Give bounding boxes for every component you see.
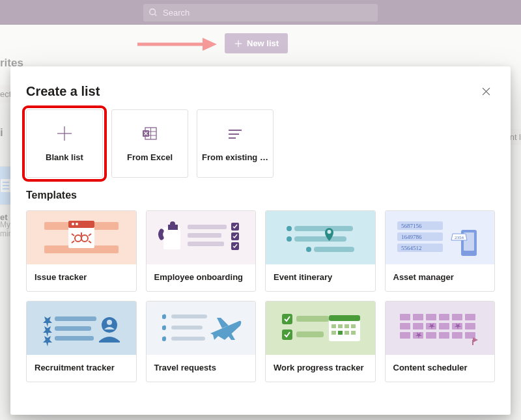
- svg-point-43: [287, 226, 292, 231]
- option-blank-list[interactable]: Blank list: [26, 109, 103, 178]
- svg-rect-88: [400, 323, 410, 329]
- svg-rect-82: [400, 314, 410, 320]
- svg-rect-89: [413, 323, 423, 329]
- template-label: Asset manager: [386, 264, 495, 291]
- option-label: From Excel: [124, 152, 175, 162]
- issue-tracker-icon: [39, 218, 124, 257]
- template-employee-onboarding[interactable]: Employee onboarding: [146, 210, 257, 292]
- svg-rect-78: [331, 331, 336, 335]
- create-list-dialog: Create a list Blank list: [10, 66, 511, 415]
- svg-rect-85: [439, 314, 449, 320]
- template-preview: [27, 211, 136, 264]
- template-issue-tracker[interactable]: Issue tracker: [26, 210, 137, 292]
- svg-rect-69: [296, 316, 329, 322]
- asset-manager-icon: 5687156 1649786 5564512 2354: [391, 217, 488, 259]
- template-asset-manager[interactable]: 5687156 1649786 5564512 2354 Asset manag…: [385, 210, 496, 292]
- svg-rect-48: [314, 247, 354, 252]
- option-label: From existing …: [199, 152, 271, 162]
- svg-text:1649786: 1649786: [401, 234, 422, 240]
- svg-rect-41: [163, 227, 180, 249]
- svg-text:2354: 2354: [455, 235, 464, 240]
- svg-rect-61: [55, 326, 91, 331]
- template-travel-requests[interactable]: Travel requests: [146, 301, 257, 382]
- template-preview: [266, 301, 375, 355]
- svg-rect-37: [188, 242, 224, 246]
- work-progress-tracker-icon: [272, 309, 369, 348]
- recruitment-tracker-icon: [33, 309, 130, 348]
- svg-point-27: [76, 223, 78, 225]
- template-label: Travel requests: [147, 355, 256, 382]
- svg-rect-96: [426, 332, 436, 339]
- svg-rect-98: [452, 332, 462, 339]
- svg-point-64: [107, 320, 112, 325]
- svg-rect-67: [171, 337, 205, 341]
- template-preview: 5687156 1649786 5564512 2354: [386, 211, 495, 264]
- template-work-progress-tracker[interactable]: Work progress tracker: [265, 301, 376, 382]
- svg-rect-71: [296, 331, 324, 337]
- svg-rect-94: [400, 332, 410, 339]
- svg-rect-60: [55, 316, 96, 321]
- option-from-excel[interactable]: From Excel: [111, 109, 188, 178]
- template-preview: [386, 301, 495, 355]
- template-content-scheduler[interactable]: Content scheduler: [385, 301, 496, 382]
- svg-rect-76: [345, 324, 349, 328]
- template-label: Recruitment tracker: [27, 355, 136, 382]
- svg-point-45: [287, 236, 292, 242]
- svg-point-49: [327, 230, 331, 234]
- svg-rect-80: [345, 331, 349, 335]
- svg-rect-46: [294, 236, 346, 242]
- template-preview: [27, 301, 136, 355]
- svg-rect-75: [338, 324, 343, 328]
- template-label: Issue tracker: [27, 264, 136, 291]
- template-label: Work progress tracker: [266, 355, 375, 382]
- svg-rect-66: [171, 326, 203, 329]
- template-event-itinerary[interactable]: Event itinerary: [265, 210, 376, 292]
- list-icon: [227, 125, 244, 142]
- svg-rect-62: [55, 336, 94, 341]
- svg-rect-84: [426, 314, 436, 320]
- svg-marker-100: [473, 337, 478, 343]
- template-preview: [266, 211, 375, 264]
- svg-rect-93: [465, 323, 475, 329]
- svg-rect-87: [465, 314, 475, 320]
- option-from-existing[interactable]: From existing …: [197, 109, 274, 178]
- svg-point-26: [72, 223, 74, 225]
- svg-rect-74: [331, 324, 336, 328]
- content-scheduler-icon: [391, 309, 488, 348]
- svg-rect-79: [338, 331, 343, 335]
- option-label: Blank list: [43, 152, 86, 162]
- svg-text:5687156: 5687156: [401, 223, 422, 229]
- svg-text:5564512: 5564512: [401, 245, 422, 251]
- template-label: Event itinerary: [266, 264, 375, 291]
- svg-rect-86: [452, 314, 462, 320]
- svg-rect-99: [465, 332, 475, 339]
- close-icon: [482, 87, 490, 96]
- svg-rect-83: [413, 314, 423, 320]
- template-label: Employee onboarding: [147, 264, 256, 291]
- excel-icon: [141, 125, 158, 142]
- create-options-row: Blank list From Excel: [26, 109, 495, 178]
- travel-requests-icon: [152, 309, 249, 348]
- event-itinerary-icon: [272, 218, 369, 257]
- template-preview: [147, 301, 256, 355]
- templates-heading: Templates: [26, 189, 495, 201]
- template-preview: [147, 211, 256, 264]
- svg-rect-36: [188, 233, 221, 238]
- svg-rect-81: [351, 331, 356, 335]
- svg-rect-91: [439, 323, 449, 329]
- plus-icon: [56, 125, 73, 142]
- svg-rect-35: [188, 225, 227, 229]
- employee-onboarding-icon: [152, 218, 249, 257]
- close-button[interactable]: [477, 82, 495, 100]
- svg-rect-97: [439, 332, 449, 339]
- template-label: Content scheduler: [386, 355, 495, 382]
- svg-rect-77: [351, 324, 356, 328]
- svg-rect-73: [329, 315, 360, 321]
- svg-rect-44: [294, 226, 353, 231]
- template-recruitment-tracker[interactable]: Recruitment tracker: [26, 301, 137, 382]
- svg-point-47: [306, 247, 311, 252]
- templates-grid: Issue tracker: [26, 210, 495, 382]
- svg-point-42: [170, 221, 175, 227]
- dialog-title: Create a list: [26, 84, 100, 99]
- svg-rect-65: [171, 315, 207, 318]
